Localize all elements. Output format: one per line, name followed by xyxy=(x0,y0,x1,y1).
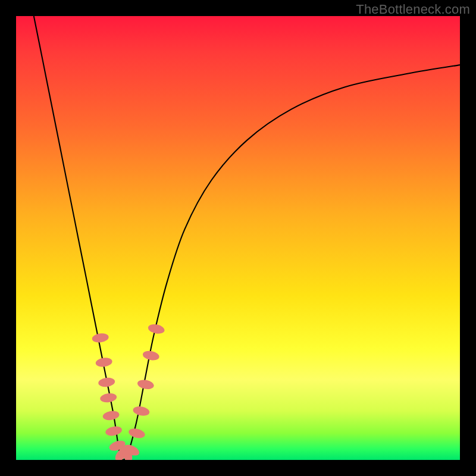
bottleneck-curve xyxy=(34,16,460,460)
chart-frame: TheBottleneck.com xyxy=(0,0,476,476)
bead-marker xyxy=(99,392,117,403)
bead-marker xyxy=(132,405,150,417)
bead-marker xyxy=(142,350,160,362)
plot-area xyxy=(16,16,460,460)
bead-marker xyxy=(148,323,165,335)
bead-marker xyxy=(137,378,155,390)
bead-marker xyxy=(95,357,113,368)
bead-marker xyxy=(92,332,109,343)
curve-layer xyxy=(16,16,460,460)
bead-marker xyxy=(98,377,115,387)
bead-marker xyxy=(128,427,146,440)
bead-marker xyxy=(102,410,120,421)
bead-marker xyxy=(105,425,123,437)
bead-group xyxy=(92,323,165,460)
watermark-text: TheBottleneck.com xyxy=(356,2,470,17)
